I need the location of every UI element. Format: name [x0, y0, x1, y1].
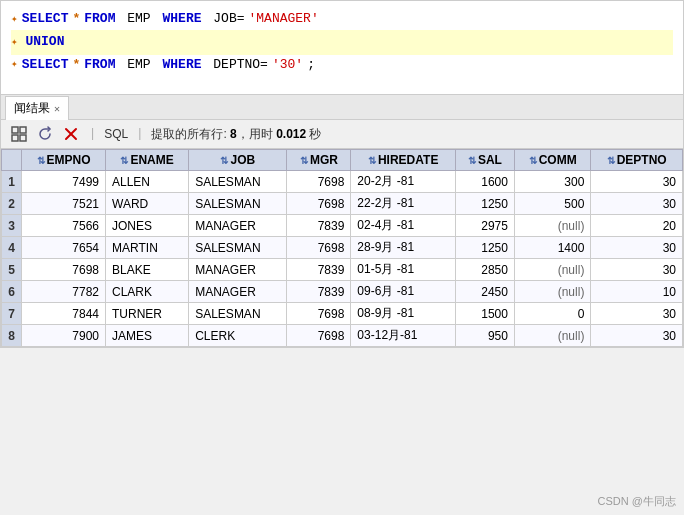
col-sal[interactable]: ⇅SAL — [455, 150, 514, 171]
table-row: 17499ALLENSALESMAN769820-2月 -81160030030 — [2, 171, 683, 193]
table-name-1: EMP — [119, 9, 158, 30]
table-body: 17499ALLENSALESMAN769820-2月 -81160030030… — [2, 171, 683, 347]
row-count: 8 — [230, 127, 237, 141]
results-table: ⇅EMPNO ⇅ENAME ⇅JOB ⇅MGR ⇅HIREDATE ⇅SAL ⇅… — [1, 149, 683, 347]
from-keyword-1: FROM — [84, 9, 115, 30]
semicolon: ; — [307, 55, 315, 76]
col-empno[interactable]: ⇅EMPNO — [22, 150, 106, 171]
results-toolbar: | SQL | 提取的所有行: 8，用时 0.012 秒 — [1, 120, 683, 149]
table-row: 87900JAMESCLERK769803-12月-81950(null)30 — [2, 325, 683, 347]
svg-rect-3 — [20, 135, 26, 141]
delete-icon — [63, 126, 79, 142]
tab-label: 闻结果 — [14, 100, 50, 117]
sql-editor[interactable]: ✦ SELECT * FROM EMP WHERE JOB= 'MANAGER'… — [0, 0, 684, 95]
table-row: 57698BLAKEMANAGER783901-5月 -812850(null)… — [2, 259, 683, 281]
results-tab-bar: 闻结果 ✕ — [1, 95, 683, 120]
refresh-icon — [37, 126, 53, 142]
from-keyword-2: FROM — [84, 55, 115, 76]
sql-line-2: ✦ UNION — [11, 30, 673, 55]
sql-line-3: ✦ SELECT * FROM EMP WHERE DEPTNO= '30' ; — [11, 55, 673, 76]
line-indicator-2: ✦ — [11, 36, 18, 48]
star-2: * — [72, 55, 80, 76]
table-row: 27521WARDSALESMAN769822-2月 -81125050030 — [2, 193, 683, 215]
toolbar-icon-delete[interactable] — [61, 124, 81, 144]
union-keyword: UNION — [25, 34, 64, 49]
toolbar-icon-refresh[interactable] — [35, 124, 55, 144]
table-name-2: EMP — [119, 55, 158, 76]
toolbar-separator: | — [89, 127, 96, 141]
sql-label: SQL — [104, 127, 128, 141]
results-panel: 闻结果 ✕ — [0, 95, 684, 348]
tab-close-icon[interactable]: ✕ — [54, 103, 60, 115]
table-row: 37566JONESMANAGER783902-4月 -812975(null)… — [2, 215, 683, 237]
select-keyword-1: SELECT — [22, 9, 69, 30]
line-indicator-3: ✦ — [11, 56, 18, 74]
toolbar-icon-grid[interactable] — [9, 124, 29, 144]
results-tab[interactable]: 闻结果 ✕ — [5, 96, 69, 120]
svg-rect-1 — [20, 127, 26, 133]
col-rownum — [2, 150, 22, 171]
line-indicator-1: ✦ — [11, 11, 18, 29]
table-row: 47654MARTINSALESMAN769828-9月 -8112501400… — [2, 237, 683, 259]
status-message: 提取的所有行: 8，用时 0.012 秒 — [151, 126, 321, 143]
where-keyword-2: WHERE — [162, 55, 201, 76]
condition-2: DEPTNO= — [206, 55, 268, 76]
star-1: * — [72, 9, 80, 30]
col-job[interactable]: ⇅JOB — [189, 150, 287, 171]
table-row: 67782CLARKMANAGER783909-6月 -812450(null)… — [2, 281, 683, 303]
svg-rect-0 — [12, 127, 18, 133]
table-header-row: ⇅EMPNO ⇅ENAME ⇅JOB ⇅MGR ⇅HIREDATE ⇅SAL ⇅… — [2, 150, 683, 171]
query-time: 0.012 — [276, 127, 306, 141]
sql-line-1: ✦ SELECT * FROM EMP WHERE JOB= 'MANAGER' — [11, 9, 673, 30]
grid-icon — [11, 126, 27, 142]
data-table-wrap[interactable]: ⇅EMPNO ⇅ENAME ⇅JOB ⇅MGR ⇅HIREDATE ⇅SAL ⇅… — [1, 149, 683, 347]
toolbar-separator-2: | — [136, 127, 143, 141]
string-value-2: '30' — [272, 55, 303, 76]
app-container: ✦ SELECT * FROM EMP WHERE JOB= 'MANAGER'… — [0, 0, 684, 515]
string-value-1: 'MANAGER' — [249, 9, 319, 30]
col-ename[interactable]: ⇅ENAME — [106, 150, 189, 171]
col-mgr[interactable]: ⇅MGR — [287, 150, 351, 171]
where-keyword-1: WHERE — [162, 9, 201, 30]
col-deptno[interactable]: ⇅DEPTNO — [591, 150, 683, 171]
select-keyword-2: SELECT — [22, 55, 69, 76]
condition-1: JOB= — [206, 9, 245, 30]
col-comm[interactable]: ⇅COMM — [514, 150, 590, 171]
watermark: CSDN @牛同志 — [598, 494, 676, 509]
svg-rect-2 — [12, 135, 18, 141]
table-row: 77844TURNERSALESMAN769808-9月 -811500030 — [2, 303, 683, 325]
col-hiredate[interactable]: ⇅HIREDATE — [351, 150, 456, 171]
